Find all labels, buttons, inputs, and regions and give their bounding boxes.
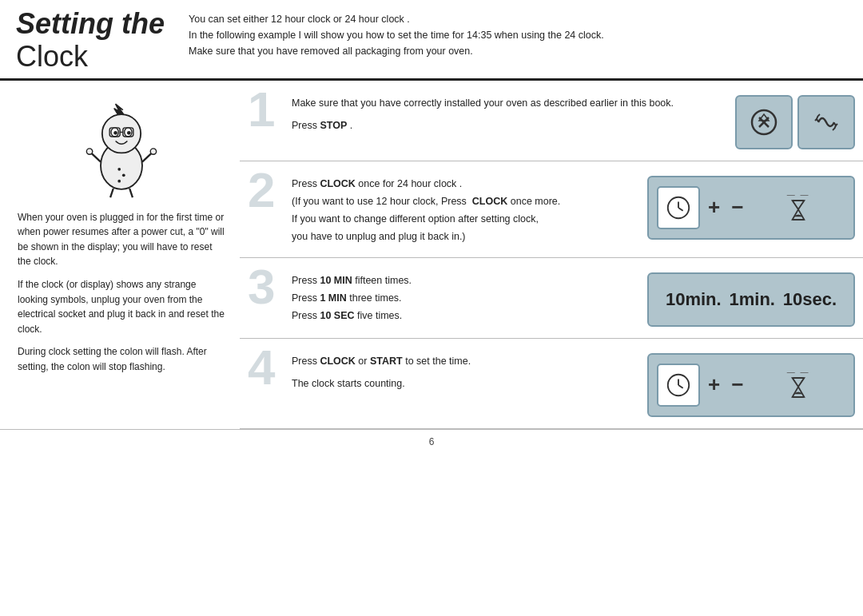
step-2-content: Press CLOCK once for 24 hour clock . (If… — [248, 176, 639, 246]
svg-point-5 — [127, 131, 131, 135]
left-column: When your oven is plugged in for the fir… — [0, 81, 240, 429]
clock-button-2[interactable] — [657, 364, 700, 407]
hourglass-group-2: — — — [751, 368, 845, 403]
header-line-1: You can set either 12 hour clock or 24 h… — [189, 11, 604, 27]
start-icon — [810, 106, 842, 138]
left-para-2: If the clock (or display) shows any stra… — [18, 277, 225, 336]
step-2-text-3: If you want to change different option a… — [292, 211, 639, 227]
svg-line-11 — [91, 153, 101, 161]
steps-column: 1 Make sure that you have correctly inst… — [240, 81, 863, 429]
step-1-content: Make sure that you have correctly instal… — [248, 95, 727, 135]
svg-line-10 — [129, 189, 133, 197]
svg-point-16 — [122, 173, 125, 177]
step-2-text-2: (If you want to use 12 hour clock, Press… — [292, 193, 639, 209]
step-1-text-1: Make sure that you have correctly instal… — [292, 95, 727, 111]
step-4-content: Press CLOCK or START to set the time. Th… — [248, 353, 639, 393]
plus-label: + — [705, 195, 723, 220]
step-2-row: 2 Press CLOCK once for 24 hour clock . (… — [240, 161, 863, 258]
hourglass-icon-2 — [789, 376, 807, 403]
stop-button-box[interactable] — [735, 95, 793, 149]
stop-icon — [748, 106, 780, 138]
step-2-panel: + − — — — [647, 176, 855, 240]
mascot-image — [18, 95, 225, 199]
svg-marker-31 — [793, 378, 805, 397]
header-line-2: In the following example I will show you… — [189, 27, 604, 43]
clock-button[interactable] — [657, 186, 700, 229]
svg-line-13 — [142, 153, 152, 161]
mascot-svg — [78, 95, 165, 199]
display-10min: 10min. — [666, 289, 722, 310]
step-3-row: 3 Press 10 MIN fifteen times. Press 1 MI… — [240, 258, 863, 339]
svg-point-4 — [113, 131, 117, 135]
step-2-complex-panel: + − — — — [647, 176, 855, 240]
svg-point-15 — [117, 168, 121, 171]
step-3-content: Press 10 MIN fifteen times. Press 1 MIN … — [248, 272, 639, 325]
step-4-text-2: The clock starts counting. — [292, 376, 639, 391]
step-4-complex-panel: + − — — — [647, 353, 855, 417]
plus-label-2: + — [705, 372, 723, 397]
step-3-text-3: Press 10 SEC five times. — [292, 308, 639, 324]
step-3-text-1: Press 10 MIN fifteen times. — [292, 272, 639, 288]
step-4-text-1: Press CLOCK or START to set the time. — [292, 353, 639, 369]
page-footer: 6 — [0, 429, 863, 454]
step-4-row: 4 Press CLOCK or START to set the time. … — [240, 339, 863, 429]
left-text-block: When your oven is plugged in for the fir… — [18, 210, 225, 375]
hourglass-group: — — — [751, 190, 845, 225]
step-2-text-4: you have to unplug and plug it back in.) — [292, 229, 639, 244]
hourglass-dashes-2: — — — [787, 368, 810, 376]
clock-icon — [665, 194, 692, 221]
page-number: 6 — [429, 436, 435, 447]
svg-line-30 — [678, 385, 683, 388]
header-description: You can set either 12 hour clock or 24 h… — [189, 8, 604, 59]
hourglass-icon — [789, 199, 807, 225]
start-button-box[interactable] — [797, 95, 855, 149]
step-3-display: 10min. 1min. 10sec. — [647, 272, 855, 327]
step-1-row: 1 Make sure that you have correctly inst… — [240, 81, 863, 161]
step-4-panel: + − — — — [647, 353, 855, 417]
svg-marker-21 — [759, 114, 769, 121]
left-para-3: During clock setting the colon will flas… — [18, 344, 225, 374]
svg-marker-25 — [793, 201, 805, 220]
svg-point-17 — [117, 179, 121, 182]
svg-point-12 — [86, 148, 92, 153]
display-1min: 1min. — [729, 289, 774, 310]
svg-line-9 — [110, 189, 113, 197]
left-para-1: When your oven is plugged in for the fir… — [18, 210, 225, 269]
header-line-3: Make sure that you have removed all pack… — [189, 43, 604, 59]
minus-label: − — [728, 195, 746, 220]
display-10sec: 10sec. — [783, 289, 837, 310]
svg-point-14 — [150, 148, 156, 153]
minus-label-2: − — [728, 372, 746, 397]
page-title-italic: Setting the — [16, 8, 165, 40]
clock-icon-2 — [665, 372, 692, 399]
step-1-text-2: Press STOP . — [292, 117, 727, 133]
time-display-box: 10min. 1min. 10sec. — [647, 272, 855, 327]
page-title-normal: Clock — [16, 40, 165, 74]
step-2-text-1: Press CLOCK once for 24 hour clock . — [292, 176, 639, 192]
hourglass-dashes: — — — [787, 190, 810, 199]
step-3-text-2: Press 1 MIN three times. — [292, 290, 639, 306]
step-1-buttons — [735, 95, 855, 149]
svg-point-1 — [102, 114, 141, 153]
svg-line-24 — [678, 208, 683, 211]
